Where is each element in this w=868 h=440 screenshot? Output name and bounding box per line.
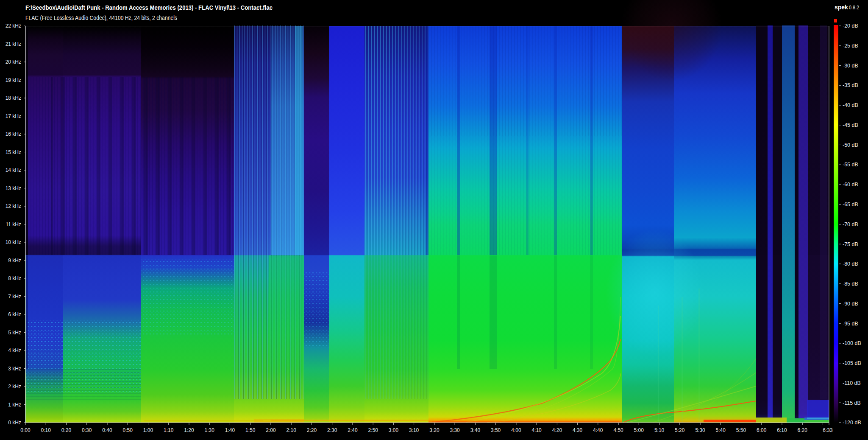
svg-text:6:00: 6:00 [757,427,767,433]
svg-text:0:00: 0:00 [20,427,31,433]
svg-text:2:00: 2:00 [266,427,276,433]
svg-text:-115 dB: -115 dB [843,400,861,406]
svg-text:6:20: 6:20 [798,427,808,433]
svg-text:-30 dB: -30 dB [843,63,858,69]
svg-text:-70 dB: -70 dB [843,221,858,227]
svg-text:4:40: 4:40 [593,427,603,433]
svg-text:-25 dB: -25 dB [843,43,858,49]
svg-text:22 kHz: 22 kHz [6,23,21,29]
svg-text:2:10: 2:10 [287,427,297,433]
svg-text:-100 dB: -100 dB [843,340,861,346]
svg-text:0:50: 0:50 [123,427,133,433]
svg-text:-90 dB: -90 dB [843,301,858,307]
svg-text:21 kHz: 21 kHz [6,41,21,47]
svg-text:5:40: 5:40 [716,427,726,433]
svg-text:8 kHz: 8 kHz [8,275,21,281]
svg-text:5:20: 5:20 [675,427,685,433]
svg-text:-105 dB: -105 dB [843,360,861,366]
svg-text:2:50: 2:50 [368,427,378,433]
svg-text:6:10: 6:10 [777,427,787,433]
svg-text:0:40: 0:40 [102,427,112,433]
svg-text:5:50: 5:50 [736,427,746,433]
svg-text:2 kHz: 2 kHz [8,384,21,390]
svg-text:4 kHz: 4 kHz [8,348,21,353]
svg-text:1:10: 1:10 [164,427,174,433]
svg-text:4:30: 4:30 [573,427,583,433]
svg-text:18 kHz: 18 kHz [6,95,21,101]
svg-text:-45 dB: -45 dB [843,122,858,128]
svg-text:-20 dB: -20 dB [843,23,858,29]
svg-text:2:30: 2:30 [327,427,337,433]
svg-text:-35 dB: -35 dB [843,82,858,88]
svg-text:1 kHz: 1 kHz [8,402,21,408]
svg-text:3:10: 3:10 [409,427,419,433]
svg-text:10 kHz: 10 kHz [6,239,21,245]
svg-text:-110 dB: -110 dB [843,380,861,386]
svg-text:9 kHz: 9 kHz [8,258,21,263]
svg-text:-75 dB: -75 dB [843,241,858,247]
svg-text:6 kHz: 6 kHz [8,311,21,317]
svg-text:-60 dB: -60 dB [843,182,858,188]
svg-text:11 kHz: 11 kHz [6,221,21,227]
svg-text:5:30: 5:30 [695,427,705,433]
svg-text:FLAC (Free Lossless Audio Code: FLAC (Free Lossless Audio Codec), 44100 … [25,14,177,21]
svg-text:19 kHz: 19 kHz [6,77,21,83]
svg-text:3:40: 3:40 [470,427,481,433]
svg-text:3:50: 3:50 [491,427,501,433]
svg-text:F:\Seedbox\Audio\Daft Punk - R: F:\Seedbox\Audio\Daft Punk - Random Acce… [25,4,273,11]
svg-text:-120 dB: -120 dB [843,420,861,426]
svg-text:-65 dB: -65 dB [843,202,858,207]
svg-text:-40 dB: -40 dB [843,102,858,108]
svg-text:20 kHz: 20 kHz [6,59,21,65]
svg-text:16 kHz: 16 kHz [6,131,21,137]
svg-text:17 kHz: 17 kHz [6,113,21,119]
svg-text:0:30: 0:30 [82,427,92,433]
svg-text:4:10: 4:10 [531,427,542,433]
svg-text:4:00: 4:00 [511,427,521,433]
svg-text:-80 dB: -80 dB [843,261,858,267]
svg-text:-55 dB: -55 dB [843,162,858,168]
svg-text:15 kHz: 15 kHz [6,149,21,155]
svg-text:12 kHz: 12 kHz [6,203,21,209]
svg-text:13 kHz: 13 kHz [6,185,21,191]
svg-text:0:20: 0:20 [61,427,72,433]
svg-text:2:40: 2:40 [348,427,358,433]
svg-text:0 kHz: 0 kHz [8,420,21,426]
svg-text:4:50: 4:50 [613,427,623,433]
svg-text:5 kHz: 5 kHz [8,330,21,336]
svg-text:6:33: 6:33 [823,427,833,433]
svg-text:5:00: 5:00 [634,427,644,433]
svg-text:0.8.2: 0.8.2 [849,4,859,11]
svg-text:1:40: 1:40 [225,427,235,433]
svg-text:-50 dB: -50 dB [843,142,858,148]
svg-text:3:20: 3:20 [429,427,440,433]
svg-text:-95 dB: -95 dB [843,321,858,327]
svg-text:1:00: 1:00 [143,427,153,433]
svg-text:5:10: 5:10 [654,427,665,433]
svg-text:3 kHz: 3 kHz [8,366,21,372]
svg-text:2:20: 2:20 [307,427,317,433]
svg-text:0:10: 0:10 [41,427,51,433]
svg-text:7 kHz: 7 kHz [8,294,21,300]
svg-text:4:20: 4:20 [552,427,562,433]
svg-text:14 kHz: 14 kHz [6,167,21,173]
svg-text:spek: spek [835,4,848,11]
svg-text:1:30: 1:30 [205,427,215,433]
svg-text:1:50: 1:50 [245,427,256,433]
svg-text:3:00: 3:00 [389,427,399,433]
svg-text:-85 dB: -85 dB [843,281,858,287]
svg-text:3:30: 3:30 [450,427,460,433]
svg-text:1:20: 1:20 [184,427,194,433]
